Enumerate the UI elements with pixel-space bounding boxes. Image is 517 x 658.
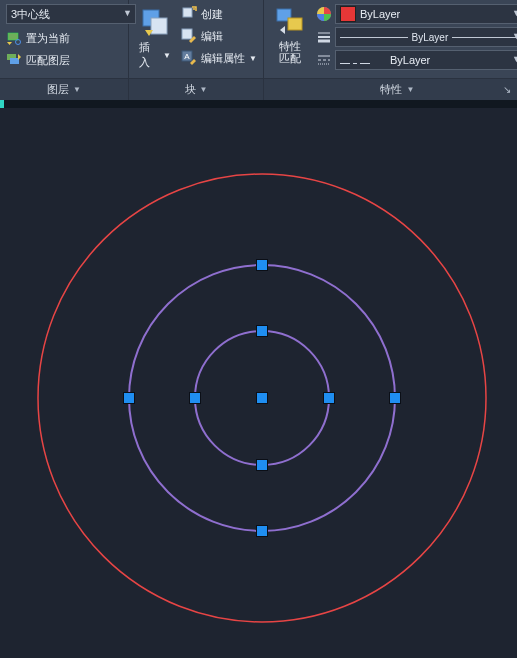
color-picker-icon[interactable]	[316, 6, 332, 22]
selection-grip[interactable]	[190, 393, 200, 403]
chevron-down-icon: ▼	[163, 51, 171, 60]
edit-block-button[interactable]: 编辑	[181, 28, 257, 44]
chevron-down-icon: ▼	[249, 54, 257, 63]
chevron-down-icon: ▼	[73, 85, 81, 94]
linetype-icon[interactable]	[316, 52, 332, 68]
layer-dropdown-value: 3中心线	[11, 7, 50, 22]
linetype-value: ByLayer	[390, 54, 430, 66]
svg-rect-8	[182, 29, 192, 39]
edit-attr-icon: A	[181, 50, 197, 66]
lineweight-icon[interactable]	[316, 29, 332, 45]
create-icon	[181, 6, 197, 22]
match-layer-icon	[6, 52, 22, 68]
match-properties-label: 特性匹配	[279, 40, 301, 64]
color-dropdown[interactable]: ByLayer ▼	[335, 4, 517, 24]
panel-properties: 特性匹配 ByLayer ▼	[264, 0, 517, 100]
panel-properties-title[interactable]: 特性 ▼ ↘	[264, 78, 517, 100]
panel-block-title[interactable]: 块 ▼	[129, 78, 263, 100]
panel-layers-title[interactable]: 图层 ▼	[0, 78, 128, 100]
panel-layers-title-label: 图层	[47, 82, 69, 97]
svg-text:A: A	[184, 52, 190, 61]
match-layer-label: 匹配图层	[26, 53, 70, 68]
chevron-down-icon: ▼	[200, 85, 208, 94]
insert-button[interactable]: 插入 ▼	[135, 4, 175, 72]
active-tab-indicator	[0, 100, 4, 108]
create-block-button[interactable]: 创建	[181, 6, 257, 22]
color-value: ByLayer	[360, 8, 400, 20]
lineweight-value: ByLayer	[408, 32, 453, 43]
svg-rect-12	[288, 18, 302, 30]
match-layer-button[interactable]: 匹配图层	[6, 52, 70, 68]
match-properties-button[interactable]: 特性匹配	[270, 4, 310, 66]
linetype-dropdown[interactable]: ByLayer ▼	[335, 50, 517, 70]
svg-rect-6	[183, 8, 192, 17]
panel-block: 插入 ▼ 创建 编辑	[129, 0, 264, 100]
selection-grip[interactable]	[257, 526, 267, 536]
lineweight-dropdown[interactable]: ByLayer ▼	[335, 27, 517, 47]
selection-grip[interactable]	[324, 393, 334, 403]
set-current-icon	[6, 30, 22, 46]
panel-properties-title-label: 特性	[380, 82, 402, 97]
selection-grip[interactable]	[124, 393, 134, 403]
selection-grip[interactable]	[257, 460, 267, 470]
edit-icon	[181, 28, 197, 44]
edit-attr-button[interactable]: A 编辑属性 ▼	[181, 50, 257, 66]
svg-rect-0	[8, 33, 18, 40]
panel-block-title-label: 块	[185, 82, 196, 97]
selection-grip[interactable]	[257, 326, 267, 336]
dialog-launcher-icon[interactable]: ↘	[503, 84, 511, 95]
edit-attr-label: 编辑属性	[201, 51, 245, 66]
chevron-down-icon: ▼	[512, 8, 517, 18]
chevron-down-icon: ▼	[512, 54, 517, 64]
selection-grip[interactable]	[257, 260, 267, 270]
tab-strip	[0, 100, 517, 108]
color-swatch	[340, 6, 356, 22]
selection-grip[interactable]	[257, 393, 267, 403]
match-properties-icon	[274, 6, 306, 38]
drawing-svg	[0, 108, 517, 658]
svg-point-7	[193, 8, 195, 10]
edit-label: 编辑	[201, 29, 223, 44]
chevron-down-icon: ▼	[406, 85, 414, 94]
chevron-down-icon: ▼	[123, 8, 132, 18]
set-current-label: 置为当前	[26, 31, 70, 46]
ribbon: 3中心线 ▼ 置为当前 匹配图层 图层 ▼	[0, 0, 517, 100]
layer-dropdown[interactable]: 3中心线 ▼	[6, 4, 136, 24]
panel-layers: 3中心线 ▼ 置为当前 匹配图层 图层 ▼	[0, 0, 129, 100]
set-current-button[interactable]: 置为当前	[6, 30, 70, 46]
insert-label: 插入	[139, 40, 160, 70]
drawing-canvas[interactable]	[0, 108, 517, 658]
create-label: 创建	[201, 7, 223, 22]
insert-icon	[139, 6, 171, 38]
selection-grip[interactable]	[390, 393, 400, 403]
chevron-down-icon: ▼	[512, 31, 517, 41]
svg-rect-3	[10, 58, 19, 64]
svg-rect-5	[151, 18, 167, 34]
